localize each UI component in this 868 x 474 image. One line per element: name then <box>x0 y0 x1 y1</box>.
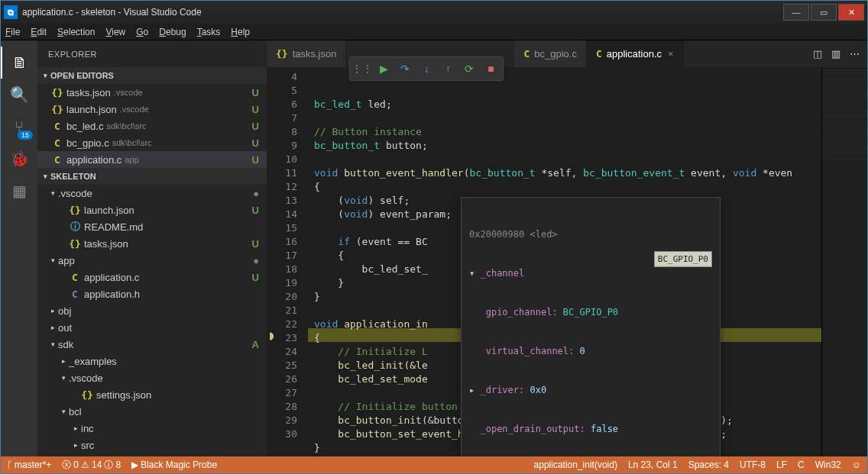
tree-examples[interactable]: ▸_examples <box>37 353 267 369</box>
editor-area: {}tasks.json ⋮⋮ ▶ ↷ ↓ ↑ ⟳ ■ Cbc_gpio.c C… <box>267 40 867 456</box>
activity-debug-icon[interactable]: 🐞 <box>1 143 37 175</box>
status-bar: ᚴ master*+ ⓧ 0 ⚠ 14 ⓘ 8 ▶ Black Magic Pr… <box>1 456 867 473</box>
tree-app[interactable]: ▾app● <box>37 252 267 269</box>
open-editor-item[interactable]: Cbc_gpio.csdk\bcl\srcU <box>37 134 267 151</box>
minimap[interactable] <box>821 67 867 456</box>
menu-tasks[interactable]: Tasks <box>197 27 221 37</box>
tree-readme[interactable]: ▸ⓘREADME.md <box>37 218 267 235</box>
vscode-logo-icon: ⧉ <box>4 5 18 19</box>
menu-debug[interactable]: Debug <box>159 27 186 37</box>
activity-extensions-icon[interactable]: ▦ <box>1 175 37 207</box>
debug-hover-popup[interactable]: 0x20000980 <led> ▾ _channel gpio_channel… <box>461 197 721 456</box>
tree-sdk-vscode[interactable]: ▾.vscode <box>37 369 267 386</box>
editor-body[interactable]: 4567891011121314151617181920212223242526… <box>267 67 867 456</box>
activity-search-icon[interactable]: 🔍 <box>1 79 37 111</box>
sidebar-title: EXPLORER <box>37 40 267 67</box>
tree-obj[interactable]: ▸obj <box>37 302 267 319</box>
sidebar-explorer: EXPLORER ▾OPEN EDITORS {}tasks.json.vsco… <box>37 40 267 456</box>
scm-badge: 15 <box>18 131 33 140</box>
breakpoint-current-icon: ◗ <box>267 328 276 342</box>
window-maximize-button[interactable]: ▭ <box>811 4 837 21</box>
tree-launch-json[interactable]: ▸{}launch.jsonU <box>37 202 267 218</box>
menu-go[interactable]: Go <box>136 27 148 37</box>
status-eol[interactable]: LF <box>776 459 787 470</box>
section-open-editors[interactable]: ▾OPEN EDITORS <box>37 67 267 84</box>
menu-view[interactable]: View <box>105 27 125 37</box>
section-project[interactable]: ▾SKELETON <box>37 168 267 185</box>
code-content[interactable]: bc_led_t led; // Button instance bc_butt… <box>308 67 821 456</box>
window-minimize-button[interactable]: — <box>783 4 809 21</box>
tab-close-icon[interactable]: × <box>668 48 674 60</box>
window-title: application.c - skeleton - Visual Studio… <box>22 7 782 18</box>
status-problems[interactable]: ⓧ 0 ⚠ 14 ⓘ 8 <box>62 459 121 472</box>
status-encoding[interactable]: UTF-8 <box>740 459 766 470</box>
editor-tabbar: {}tasks.json ⋮⋮ ▶ ↷ ↓ ↑ ⟳ ■ Cbc_gpio.c C… <box>267 40 867 67</box>
menu-bar: FFileile Edit Selection View Go Debug Ta… <box>1 24 867 40</box>
tree-vscode[interactable]: ▾.vscode● <box>37 185 267 202</box>
status-function[interactable]: application_init(void) <box>534 459 617 470</box>
status-os[interactable]: Win32 <box>815 459 841 470</box>
tree-out[interactable]: ▸out <box>37 319 267 336</box>
editor-more-icon[interactable]: ⋯ <box>850 48 860 60</box>
status-probe[interactable]: ▶ Black Magic Probe <box>131 459 217 470</box>
activity-explorer-icon[interactable]: 🗎 <box>1 47 37 79</box>
open-editor-item[interactable]: Capplication.cappU <box>37 151 267 168</box>
tree-application-c[interactable]: ▸Capplication.cU <box>37 269 267 285</box>
tab-application-c[interactable]: Capplication.c× <box>587 40 684 67</box>
tree-src[interactable]: ▸src <box>37 437 267 453</box>
status-indent[interactable]: Spaces: 4 <box>688 459 729 470</box>
tree-sdk[interactable]: ▾sdkA <box>37 336 267 353</box>
status-branch[interactable]: ᚴ master*+ <box>7 459 51 470</box>
window-titlebar: ⧉ application.c - skeleton - Visual Stud… <box>1 1 867 24</box>
menu-edit[interactable]: Edit <box>31 27 47 37</box>
menu-selection[interactable]: Selection <box>57 27 95 37</box>
activity-scm-icon[interactable]: ⑂15 <box>1 111 37 143</box>
tree-application-h[interactable]: ▸Capplication.h <box>37 285 267 302</box>
open-editor-item[interactable]: Cbc_led.csdk\bcl\srcU <box>37 118 267 134</box>
status-cursor[interactable]: Ln 23, Col 1 <box>628 459 678 470</box>
tree-inc[interactable]: ▸inc <box>37 420 267 437</box>
activity-bar: 🗎 🔍 ⑂15 🐞 ▦ <box>1 40 37 456</box>
window-close-button[interactable]: ✕ <box>838 4 864 21</box>
status-lang[interactable]: C <box>798 459 805 470</box>
tab-bc-gpio-c[interactable]: Cbc_gpio.c <box>514 40 586 67</box>
editor-split-icon[interactable]: ◫ <box>813 48 822 60</box>
editor-layout-icon[interactable]: ▥ <box>831 48 840 60</box>
status-feedback-icon[interactable]: ☺ <box>852 459 861 470</box>
tree-tasks-json[interactable]: ▸{}tasks.jsonU <box>37 235 267 252</box>
menu-help[interactable]: Help <box>231 27 250 37</box>
hover-tooltip: BC_GPIO_P0 <box>654 251 712 267</box>
tree-bcl[interactable]: ▾bcl <box>37 403 267 420</box>
menu-file[interactable]: FFileile <box>5 27 20 37</box>
line-gutter: 4567891011121314151617181920212223242526… <box>267 67 308 456</box>
open-editor-item[interactable]: {}launch.json.vscodeU <box>37 101 267 118</box>
tree-settings-json[interactable]: ▸{}settings.json <box>37 386 267 403</box>
tab-tasks-json[interactable]: {}tasks.json <box>267 40 346 67</box>
open-editor-item[interactable]: {}tasks.json.vscodeU <box>37 84 267 101</box>
